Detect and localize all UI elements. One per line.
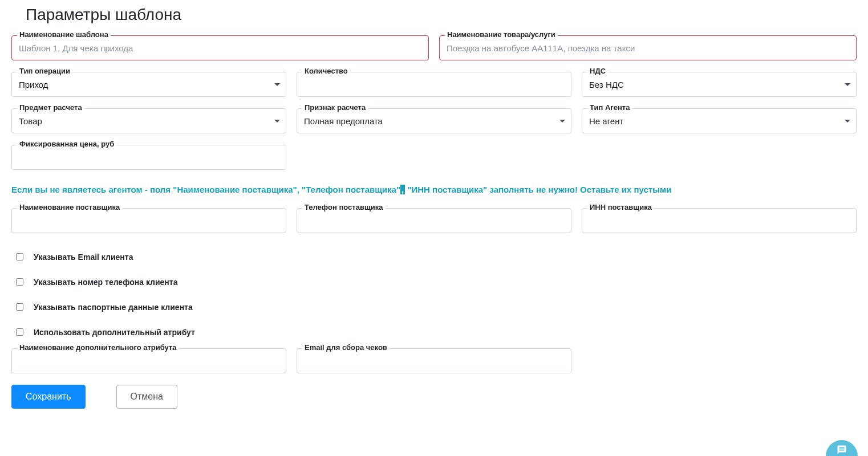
use-additional-label: Использовать дополнительный атрибут (34, 328, 195, 337)
quantity-label: Количество (302, 67, 350, 75)
supplier-inn-label: ИНН поставщика (587, 203, 654, 211)
quantity-field: Количество (297, 72, 571, 97)
cancel-button[interactable]: Отмена (116, 385, 177, 409)
template-name-label: Наименование шаблона (17, 30, 111, 39)
email-receipts-input[interactable] (297, 348, 571, 373)
supplier-phone-field: Телефон поставщика (297, 208, 571, 233)
quantity-input[interactable] (297, 72, 571, 97)
vat-field: НДС Без НДС (582, 72, 857, 97)
supplier-inn-input[interactable] (582, 208, 857, 233)
show-phone-checkbox[interactable] (16, 278, 23, 286)
fixed-price-field: Фиксированная цена, руб (11, 145, 286, 170)
vat-select[interactable]: Без НДС (582, 72, 857, 97)
product-name-input[interactable] (439, 35, 857, 60)
additional-attr-input[interactable] (11, 348, 286, 373)
supplier-inn-field: ИНН поставщика (582, 208, 857, 233)
vat-label: НДС (587, 67, 608, 75)
payment-method-label: Признак расчета (302, 103, 368, 112)
operation-type-field: Тип операции Приход (11, 72, 286, 97)
template-name-field: Наименование шаблона (11, 35, 429, 60)
email-receipts-label: Email для сбора чеков (302, 343, 390, 352)
payment-subject-field: Предмет расчета Товар (11, 108, 286, 133)
use-additional-checkbox[interactable] (16, 328, 23, 336)
supplier-phone-input[interactable] (297, 208, 571, 233)
agent-type-field: Тип Агента Не агент (582, 108, 857, 133)
payment-method-select[interactable]: Полная предоплата (297, 108, 571, 133)
product-name-field: Наименование товара/услуги (439, 35, 857, 60)
show-phone-label: Указывать номер телефона клиента (34, 278, 177, 287)
operation-type-label: Тип операции (17, 67, 72, 75)
show-passport-label: Указывать паспортные данные клиента (34, 303, 193, 312)
supplier-phone-label: Телефон поставщика (302, 203, 386, 211)
button-row: Сохранить Отмена (11, 385, 857, 409)
agent-type-select[interactable]: Не агент (582, 108, 857, 133)
fixed-price-input[interactable] (11, 145, 286, 170)
payment-subject-select[interactable]: Товар (11, 108, 286, 133)
save-button[interactable]: Сохранить (11, 385, 86, 409)
fixed-price-label: Фиксированная цена, руб (17, 140, 116, 148)
supplier-name-input[interactable] (11, 208, 286, 233)
show-email-label: Указывать Email клиента (34, 253, 133, 262)
operation-type-select[interactable]: Приход (11, 72, 286, 97)
show-email-checkbox[interactable] (16, 253, 23, 260)
hint-highlight: , (400, 185, 405, 194)
payment-subject-label: Предмет расчета (17, 103, 84, 112)
show-passport-checkbox[interactable] (16, 303, 23, 311)
template-name-input[interactable] (11, 35, 429, 60)
agent-hint-text: Если вы не являетесь агентом - поля "Наи… (11, 184, 857, 197)
supplier-name-label: Наименование поставщика (17, 203, 122, 211)
checkbox-group: Указывать Email клиента Указывать номер … (11, 245, 857, 345)
page-title: Параметры шаблона (11, 0, 857, 35)
payment-method-field: Признак расчета Полная предоплата (297, 108, 571, 133)
additional-attr-field: Наименование дополнительного атрибута (11, 348, 286, 373)
agent-type-label: Тип Агента (587, 103, 632, 112)
product-name-label: Наименование товара/услуги (445, 30, 558, 39)
additional-attr-label: Наименование дополнительного атрибута (17, 343, 179, 352)
supplier-name-field: Наименование поставщика (11, 208, 286, 233)
email-receipts-field: Email для сбора чеков (297, 348, 571, 373)
